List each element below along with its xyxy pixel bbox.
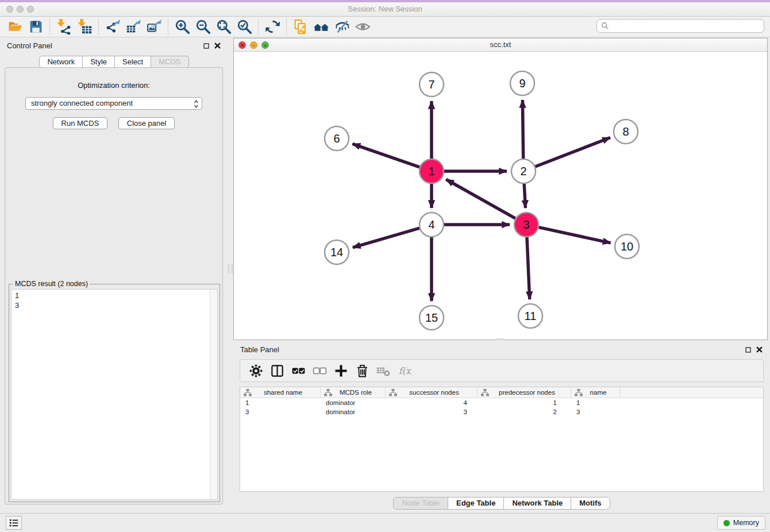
horizontal-splitter[interactable] bbox=[496, 338, 503, 340]
tab-network-table[interactable]: Network Table bbox=[503, 497, 571, 510]
task-history-button[interactable] bbox=[6, 516, 22, 530]
mcds-result-group: MCDS result (2 nodes) 13 bbox=[9, 284, 220, 502]
result-scrollbar[interactable] bbox=[210, 290, 217, 499]
graph-node-9[interactable]: 9 bbox=[510, 71, 534, 95]
graph-node-3[interactable]: 3 bbox=[514, 213, 538, 237]
table-row[interactable]: 3dominator323 bbox=[240, 407, 763, 417]
column-header-successor-nodes[interactable]: successor nodes bbox=[386, 387, 478, 398]
export-table-icon bbox=[126, 19, 141, 34]
close-table-panel-icon[interactable] bbox=[756, 346, 763, 353]
edge-3-10[interactable] bbox=[538, 228, 610, 243]
zoom-out-button[interactable] bbox=[192, 18, 213, 36]
svg-text:6: 6 bbox=[333, 132, 340, 145]
graph-node-8[interactable]: 8 bbox=[614, 119, 638, 144]
save-session-button[interactable] bbox=[25, 18, 46, 36]
hide-panel-eye-button[interactable] bbox=[332, 18, 352, 36]
close-panel-button[interactable]: Close panel bbox=[118, 117, 175, 129]
tab-mcds[interactable]: MCDS bbox=[151, 56, 188, 68]
network-graph-canvas[interactable]: 7968124314101511 bbox=[234, 52, 767, 340]
refresh-view-button[interactable] bbox=[262, 18, 283, 36]
zoom-fit-button[interactable] bbox=[213, 18, 234, 36]
edge-1-6[interactable] bbox=[352, 144, 419, 167]
add-row-button[interactable] bbox=[330, 361, 352, 380]
criterion-select[interactable]: strongly connected component bbox=[25, 97, 202, 110]
cell-MCDS-role[interactable]: dominator bbox=[321, 407, 386, 417]
table-row[interactable]: 1dominator411 bbox=[240, 398, 763, 407]
svg-text:15: 15 bbox=[425, 311, 438, 324]
cell-MCDS-role[interactable]: dominator bbox=[321, 398, 386, 407]
export-network-button[interactable] bbox=[102, 18, 123, 36]
column-header-predecessor-nodes[interactable]: predecessor nodes bbox=[478, 387, 571, 398]
zoom-selected-button[interactable] bbox=[234, 18, 255, 36]
select-all-button[interactable] bbox=[288, 361, 309, 380]
cyndex-browser-button[interactable] bbox=[311, 18, 332, 36]
graph-node-11[interactable]: 11 bbox=[518, 304, 542, 328]
run-mcds-button[interactable]: Run MCDS bbox=[53, 117, 108, 129]
cell-successor-nodes[interactable]: 3 bbox=[386, 407, 478, 417]
graph-node-14[interactable]: 14 bbox=[325, 240, 349, 264]
show-panel-eye-button[interactable] bbox=[352, 18, 373, 36]
memory-button[interactable]: Memory bbox=[717, 516, 765, 530]
close-panel-icon[interactable] bbox=[214, 42, 221, 49]
close-window-button[interactable] bbox=[6, 6, 13, 13]
graph-node-4[interactable]: 4 bbox=[419, 213, 444, 237]
tab-style[interactable]: Style bbox=[82, 56, 115, 68]
refresh-view-icon bbox=[265, 19, 280, 34]
tab-motifs[interactable]: Motifs bbox=[571, 497, 610, 510]
network-close-button[interactable]: ✕ bbox=[238, 41, 246, 49]
graph-node-2[interactable]: 2 bbox=[511, 159, 536, 183]
float-panel-icon[interactable] bbox=[202, 42, 210, 49]
zoom-in-button[interactable] bbox=[172, 18, 192, 36]
graph-node-10[interactable]: 10 bbox=[615, 234, 639, 259]
graph-node-1[interactable]: 1 bbox=[419, 159, 444, 183]
cell-name[interactable]: 1 bbox=[571, 398, 620, 407]
edge-3-1[interactable] bbox=[446, 179, 515, 218]
cell-predecessor-nodes[interactable]: 2 bbox=[478, 407, 571, 417]
search-box[interactable] bbox=[596, 19, 764, 33]
float-table-panel-icon[interactable] bbox=[744, 346, 752, 353]
gear-button[interactable] bbox=[245, 361, 267, 380]
graph-node-6[interactable]: 6 bbox=[325, 126, 349, 151]
edge-2-9[interactable] bbox=[522, 100, 523, 159]
zoom-selected-icon bbox=[237, 19, 252, 34]
network-minimize-button[interactable]: − bbox=[250, 41, 257, 49]
network-window-titlebar[interactable]: ✕ − ＋ scc.txt bbox=[234, 38, 767, 52]
tab-node-table[interactable]: Node Table bbox=[393, 497, 448, 510]
vertical-splitter[interactable] bbox=[228, 264, 233, 273]
minimize-window-button[interactable] bbox=[17, 6, 24, 13]
cell-predecessor-nodes[interactable]: 1 bbox=[478, 398, 571, 407]
function-button[interactable]: f(x) bbox=[394, 361, 415, 380]
import-network-button[interactable] bbox=[53, 18, 74, 36]
select-none-button[interactable] bbox=[309, 361, 330, 380]
graph-node-7[interactable]: 7 bbox=[419, 72, 444, 97]
tab-select[interactable]: Select bbox=[114, 56, 151, 68]
tab-network[interactable]: Network bbox=[39, 56, 83, 68]
delete-row-button[interactable] bbox=[352, 361, 373, 380]
open-session-button[interactable] bbox=[5, 18, 25, 36]
tab-edge-table[interactable]: Edge Table bbox=[448, 497, 504, 510]
search-input[interactable] bbox=[609, 20, 764, 32]
edge-3-11[interactable] bbox=[527, 237, 530, 299]
edge-4-14[interactable] bbox=[353, 228, 419, 248]
graph-node-15[interactable]: 15 bbox=[419, 306, 444, 330]
clone-network-button[interactable] bbox=[290, 18, 311, 36]
select-spinner-icon bbox=[193, 99, 199, 109]
zoom-window-button[interactable] bbox=[27, 6, 34, 13]
cell-successor-nodes[interactable]: 4 bbox=[386, 398, 478, 407]
column-header-name[interactable]: name bbox=[571, 387, 620, 398]
cell-name[interactable]: 3 bbox=[571, 407, 620, 417]
network-maximize-button[interactable]: ＋ bbox=[261, 41, 269, 49]
cell-shared-name[interactable]: 3 bbox=[240, 407, 321, 417]
columns-button[interactable] bbox=[267, 361, 288, 380]
edge-2-3[interactable] bbox=[524, 184, 525, 208]
cell-shared-name[interactable]: 1 bbox=[240, 398, 321, 407]
export-table-button[interactable] bbox=[123, 18, 144, 36]
export-image-button[interactable] bbox=[144, 18, 164, 36]
show-panel-eye-icon bbox=[355, 19, 371, 34]
edge-2-8[interactable] bbox=[536, 137, 610, 167]
column-header-MCDS-role[interactable]: MCDS role bbox=[321, 387, 386, 398]
delete-table-button[interactable] bbox=[373, 361, 394, 380]
column-header-shared-name[interactable]: shared name bbox=[240, 387, 321, 398]
import-table-button[interactable] bbox=[74, 18, 95, 36]
mcds-result-textarea[interactable]: 13 bbox=[11, 289, 218, 500]
